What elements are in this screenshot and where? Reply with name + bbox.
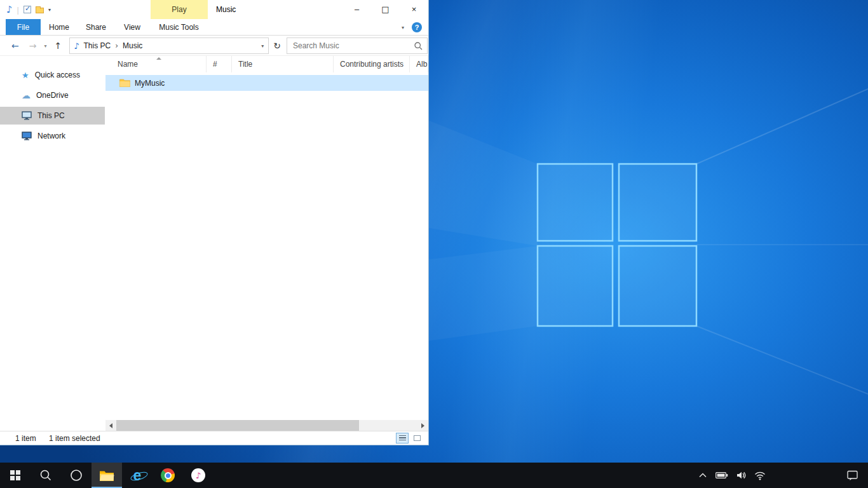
large-icons-view-icon	[414, 435, 421, 441]
close-button[interactable]: ×	[400, 0, 428, 19]
taskbar-internet-explorer[interactable]: e	[122, 463, 153, 488]
taskbar-itunes[interactable]: ♪	[183, 463, 214, 488]
chevron-up-icon	[698, 472, 707, 478]
properties-icon[interactable]: ✓	[24, 6, 31, 13]
cortana-button[interactable]	[61, 463, 92, 488]
caption-buttons: – □ ×	[342, 0, 428, 19]
sidebar-item-quick-access[interactable]: ★ Quick access	[0, 66, 105, 84]
address-bar[interactable]: ♪ This PC › Music ▾	[69, 37, 269, 54]
sidebar-item-onedrive[interactable]: ☁ OneDrive	[0, 86, 105, 104]
status-bar: 1 item 1 item selected	[0, 431, 428, 445]
app-music-note-icon: ♪	[6, 4, 13, 15]
title-bar: ♪ | ✓ ▾ Play Music – □ ×	[0, 0, 428, 19]
sidebar-item-network[interactable]: Network	[0, 127, 105, 145]
taskbar: e ♪	[0, 463, 868, 488]
column-headers: Name # Title Contributing artists Alb	[105, 56, 428, 72]
windows-logo-icon	[10, 470, 20, 480]
scroll-right-icon	[421, 423, 424, 428]
horizontal-scrollbar[interactable]	[105, 420, 428, 431]
network-icon	[22, 132, 32, 140]
action-center-button[interactable]	[844, 463, 862, 488]
maximize-button[interactable]: □	[371, 0, 400, 19]
folder-icon	[119, 79, 130, 87]
network-button[interactable]	[752, 463, 768, 488]
qat-separator: |	[17, 5, 19, 15]
large-icons-view-button[interactable]	[410, 433, 423, 444]
scrollbar-thumb[interactable]	[116, 420, 359, 431]
quick-access-toolbar: ♪ | ✓ ▾	[6, 0, 51, 19]
sort-ascending-icon	[156, 57, 161, 60]
scroll-right-button[interactable]	[417, 420, 428, 431]
hidden-icons-button[interactable]	[695, 463, 710, 488]
taskbar-file-explorer[interactable]	[92, 463, 122, 488]
tab-share[interactable]: Share	[78, 19, 114, 35]
customize-qat-chevron-icon[interactable]: ▾	[48, 7, 51, 13]
up-button[interactable]: ↑	[54, 41, 62, 51]
expand-ribbon-chevron-icon[interactable]: ▾	[402, 25, 404, 30]
volume-icon	[736, 470, 746, 480]
tab-file[interactable]: File	[6, 19, 41, 35]
volume-button[interactable]	[733, 463, 749, 488]
cortana-icon	[69, 468, 83, 482]
column-header-contributing-artists[interactable]: Contributing artists	[334, 56, 410, 72]
help-button[interactable]: ?	[412, 22, 422, 32]
file-explorer-icon	[99, 470, 114, 482]
selected-count: 1 item selected	[49, 431, 100, 445]
breadcrumb-this-pc[interactable]: This PC	[84, 41, 111, 50]
scrollbar-track[interactable]	[116, 420, 417, 431]
contextual-tab-group-play[interactable]: Play	[151, 0, 208, 19]
start-button[interactable]	[0, 463, 31, 488]
itunes-icon: ♪	[191, 468, 205, 482]
back-button[interactable]: ←	[11, 41, 19, 51]
taskbar-search-button[interactable]	[31, 463, 61, 488]
breadcrumb-music[interactable]: Music	[123, 41, 142, 50]
details-view-button[interactable]	[396, 433, 409, 444]
sidebar-item-label: This PC	[37, 111, 65, 120]
tab-home[interactable]: Home	[41, 19, 78, 35]
sidebar-item-label: Quick access	[35, 71, 80, 79]
sidebar-item-label: OneDrive	[36, 91, 69, 100]
star-icon: ★	[22, 71, 29, 80]
column-header-name[interactable]: Name	[105, 56, 207, 72]
address-dropdown-chevron-icon[interactable]: ▾	[261, 43, 264, 49]
pc-icon	[22, 111, 32, 120]
battery-button[interactable]	[714, 463, 729, 488]
sidebar-item-label: Network	[37, 132, 65, 140]
search-box	[287, 37, 428, 54]
ribbon-tabs: File Home Share View Music Tools ▾ ?	[0, 19, 428, 36]
minimize-button[interactable]: –	[342, 0, 371, 19]
scroll-left-button[interactable]	[105, 420, 116, 431]
internet-explorer-icon: e	[133, 468, 142, 483]
view-toggle-buttons	[396, 433, 423, 444]
new-folder-icon[interactable]	[36, 8, 44, 13]
search-icon	[39, 469, 52, 482]
location-music-icon: ♪	[74, 41, 79, 51]
details-view-icon	[399, 435, 406, 441]
file-name: MyMusic	[135, 79, 165, 88]
tab-view[interactable]: View	[114, 19, 150, 35]
cloud-icon: ☁	[22, 90, 31, 100]
system-tray	[695, 463, 768, 488]
breadcrumb-separator-icon[interactable]: ›	[115, 41, 118, 50]
forward-button[interactable]: →	[29, 41, 37, 51]
window-title: Music	[216, 0, 236, 19]
address-toolbar: ← → ▾ ↑ ♪ This PC › Music ▾ ↻	[0, 36, 428, 56]
navigation-pane: ★ Quick access ☁ OneDrive This PC Networ…	[0, 56, 105, 431]
action-center-icon	[847, 470, 858, 481]
search-icon	[414, 42, 423, 50]
scroll-left-icon	[109, 423, 112, 428]
sidebar-item-this-pc[interactable]: This PC	[0, 107, 105, 125]
recent-locations-chevron-icon[interactable]: ▾	[44, 43, 46, 49]
file-explorer-window: ♪ | ✓ ▾ Play Music – □ × File Home Share…	[0, 0, 429, 445]
tab-music-tools[interactable]: Music Tools	[150, 19, 208, 35]
file-row-mymusic[interactable]: MyMusic	[105, 75, 428, 91]
taskbar-chrome[interactable]	[153, 463, 183, 488]
column-header-album[interactable]: Alb	[410, 56, 428, 72]
search-input[interactable]	[287, 38, 427, 53]
chrome-icon	[161, 468, 175, 482]
item-count: 1 item	[15, 431, 36, 445]
column-header-title[interactable]: Title	[232, 56, 334, 72]
wifi-icon	[754, 471, 766, 480]
column-header-number[interactable]: #	[207, 56, 232, 72]
refresh-button[interactable]: ↻	[273, 41, 281, 51]
